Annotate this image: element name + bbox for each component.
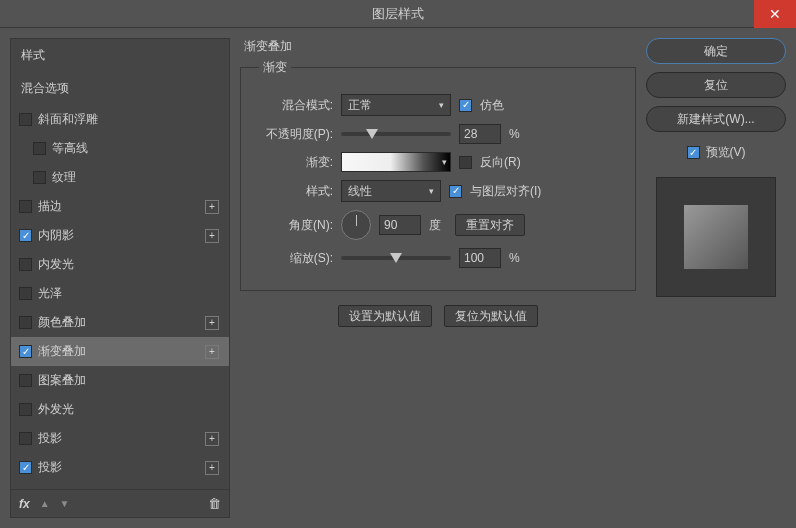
blending-options-header[interactable]: 混合选项 (11, 72, 229, 105)
gradient-picker[interactable]: ▾ (341, 152, 451, 172)
style-item-label: 颜色叠加 (38, 314, 199, 331)
sidebar-item-0[interactable]: 斜面和浮雕 (11, 105, 229, 134)
angle-label: 角度(N): (253, 217, 333, 234)
set-default-button[interactable]: 设置为默认值 (338, 305, 432, 327)
style-item-label: 投影 (38, 430, 199, 447)
reverse-label: 反向(R) (480, 154, 521, 171)
sidebar-item-8[interactable]: 渐变叠加+ (11, 337, 229, 366)
add-effect-icon[interactable]: + (205, 316, 219, 330)
add-effect-icon[interactable]: + (205, 229, 219, 243)
style-label: 样式: (253, 183, 333, 200)
fx-menu-button[interactable]: fx (19, 497, 30, 511)
style-checkbox[interactable] (33, 171, 46, 184)
style-checkbox[interactable] (19, 345, 32, 358)
scale-unit: % (509, 251, 523, 265)
sidebar-item-3[interactable]: 描边+ (11, 192, 229, 221)
style-checkbox[interactable] (19, 403, 32, 416)
style-item-label: 投影 (38, 459, 199, 476)
style-checkbox[interactable] (33, 142, 46, 155)
style-checkbox[interactable] (19, 287, 32, 300)
panel-title: 渐变叠加 (240, 38, 636, 55)
add-effect-icon[interactable]: + (205, 461, 219, 475)
sidebar-item-12[interactable]: 投影+ (11, 453, 229, 482)
angle-input[interactable]: 90 (379, 215, 421, 235)
sidebar-item-2[interactable]: 纹理 (11, 163, 229, 192)
dither-checkbox[interactable] (459, 99, 472, 112)
opacity-unit: % (509, 127, 523, 141)
style-item-label: 渐变叠加 (38, 343, 199, 360)
scale-label: 缩放(S): (253, 250, 333, 267)
sidebar-item-10[interactable]: 外发光 (11, 395, 229, 424)
dialog-title: 图层样式 (372, 5, 424, 23)
add-effect-icon[interactable]: + (205, 200, 219, 214)
slider-thumb[interactable] (390, 253, 402, 263)
sidebar-item-6[interactable]: 光泽 (11, 279, 229, 308)
style-checkbox[interactable] (19, 374, 32, 387)
reset-align-button[interactable]: 重置对齐 (455, 214, 525, 236)
align-checkbox[interactable] (449, 185, 462, 198)
style-item-label: 斜面和浮雕 (38, 111, 221, 128)
scale-slider[interactable] (341, 256, 451, 260)
trash-icon[interactable]: 🗑 (208, 496, 221, 511)
angle-dial[interactable] (341, 210, 371, 240)
close-button[interactable]: ✕ (754, 0, 796, 28)
style-item-label: 描边 (38, 198, 199, 215)
style-item-label: 光泽 (38, 285, 221, 302)
styles-header[interactable]: 样式 (11, 39, 229, 72)
slider-thumb[interactable] (366, 129, 378, 139)
style-item-label: 等高线 (52, 140, 221, 157)
style-item-label: 纹理 (52, 169, 221, 186)
style-item-label: 图案叠加 (38, 372, 221, 389)
add-effect-icon[interactable]: + (205, 345, 219, 359)
blend-mode-label: 混合模式: (253, 97, 333, 114)
new-style-button[interactable]: 新建样式(W)... (646, 106, 786, 132)
style-checkbox[interactable] (19, 200, 32, 213)
add-effect-icon[interactable]: + (205, 432, 219, 446)
angle-unit: 度 (429, 217, 447, 234)
style-checkbox[interactable] (19, 258, 32, 271)
preview-swatch (684, 205, 748, 269)
blend-mode-select[interactable]: 正常 ▾ (341, 94, 451, 116)
chevron-down-icon: ▾ (442, 157, 447, 167)
close-icon: ✕ (769, 6, 781, 22)
ok-button[interactable]: 确定 (646, 38, 786, 64)
style-item-label: 外发光 (38, 401, 221, 418)
style-checkbox[interactable] (19, 432, 32, 445)
preview-box (656, 177, 776, 297)
fieldset-legend: 渐变 (259, 59, 291, 76)
sidebar-item-5[interactable]: 内发光 (11, 250, 229, 279)
style-checkbox[interactable] (19, 316, 32, 329)
sidebar-item-4[interactable]: 内阴影+ (11, 221, 229, 250)
gradient-label: 渐变: (253, 154, 333, 171)
opacity-label: 不透明度(P): (253, 126, 333, 143)
move-up-icon[interactable]: ▲ (40, 498, 50, 509)
scale-input[interactable]: 100 (459, 248, 501, 268)
chevron-down-icon: ▾ (429, 186, 434, 196)
style-checkbox[interactable] (19, 229, 32, 242)
reverse-checkbox[interactable] (459, 156, 472, 169)
move-down-icon[interactable]: ▼ (60, 498, 70, 509)
chevron-down-icon: ▾ (439, 100, 444, 110)
sidebar-item-11[interactable]: 投影+ (11, 424, 229, 453)
opacity-slider[interactable] (341, 132, 451, 136)
sidebar-item-9[interactable]: 图案叠加 (11, 366, 229, 395)
styles-sidebar: 样式 混合选项 斜面和浮雕等高线纹理描边+内阴影+内发光光泽颜色叠加+渐变叠加+… (10, 38, 230, 518)
style-checkbox[interactable] (19, 461, 32, 474)
dither-label: 仿色 (480, 97, 504, 114)
align-label: 与图层对齐(I) (470, 183, 541, 200)
style-item-label: 内阴影 (38, 227, 199, 244)
style-item-label: 内发光 (38, 256, 221, 273)
cancel-button[interactable]: 复位 (646, 72, 786, 98)
style-select[interactable]: 线性 ▾ (341, 180, 441, 202)
sidebar-item-1[interactable]: 等高线 (11, 134, 229, 163)
opacity-input[interactable]: 28 (459, 124, 501, 144)
sidebar-item-7[interactable]: 颜色叠加+ (11, 308, 229, 337)
preview-label: 预览(V) (706, 144, 746, 161)
reset-default-button[interactable]: 复位为默认值 (444, 305, 538, 327)
preview-checkbox[interactable] (687, 146, 700, 159)
style-checkbox[interactable] (19, 113, 32, 126)
